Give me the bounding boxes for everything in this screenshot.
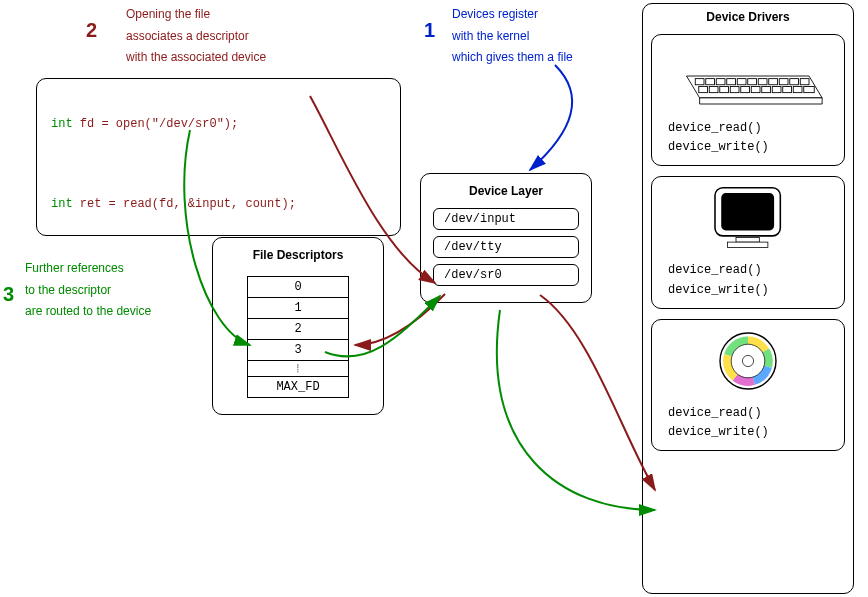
step2-number: 2 bbox=[86, 12, 97, 48]
svg-rect-13 bbox=[699, 87, 708, 93]
svg-rect-2 bbox=[696, 79, 705, 85]
driver-monitor-read: device_read() bbox=[668, 261, 844, 280]
driver-cd-write: device_write() bbox=[668, 423, 844, 442]
caption-step2: 2 Opening the file associates a descript… bbox=[86, 4, 266, 69]
device-layer-box: Device Layer /dev/input /dev/tty /dev/sr… bbox=[420, 173, 592, 303]
cd-icon bbox=[713, 326, 783, 396]
fd-row-0: 0 bbox=[248, 277, 349, 298]
keyboard-icon bbox=[669, 41, 827, 111]
svg-rect-23 bbox=[804, 87, 815, 93]
code-box: int fd = open("/dev/sr0"); int ret = rea… bbox=[36, 78, 401, 236]
svg-rect-26 bbox=[736, 238, 759, 243]
svg-rect-12 bbox=[801, 79, 810, 85]
arrow-step1 bbox=[530, 65, 572, 170]
svg-rect-11 bbox=[790, 79, 799, 85]
svg-rect-17 bbox=[741, 87, 750, 93]
device-drivers-title: Device Drivers bbox=[643, 10, 853, 24]
svg-rect-9 bbox=[769, 79, 778, 85]
fd-row-2: 2 bbox=[248, 319, 349, 340]
svg-rect-18 bbox=[752, 87, 761, 93]
step3-number: 3 bbox=[3, 276, 14, 312]
driver-cd: device_read() device_write() bbox=[651, 319, 845, 451]
driver-keyboard: device_read() device_write() bbox=[651, 34, 845, 166]
driver-keyboard-write: device_write() bbox=[668, 138, 844, 157]
file-descriptors-table: 0 1 2 3 ┊ MAX_FD bbox=[247, 276, 349, 398]
device-layer-item-tty: /dev/tty bbox=[433, 236, 579, 258]
svg-rect-22 bbox=[794, 87, 803, 93]
svg-rect-25 bbox=[722, 193, 775, 230]
device-layer-title: Device Layer bbox=[421, 184, 591, 198]
driver-monitor: device_read() device_write() bbox=[651, 176, 845, 308]
device-layer-item-input: /dev/input bbox=[433, 208, 579, 230]
step3-text: Further references to the descriptor are… bbox=[25, 258, 151, 323]
svg-rect-14 bbox=[710, 87, 719, 93]
arrow-step2-sr0-to-cd bbox=[540, 295, 655, 490]
svg-rect-8 bbox=[759, 79, 768, 85]
svg-rect-7 bbox=[748, 79, 757, 85]
file-descriptors-title: File Descriptors bbox=[213, 248, 383, 262]
svg-rect-3 bbox=[706, 79, 715, 85]
driver-keyboard-read: device_read() bbox=[668, 119, 844, 138]
svg-rect-20 bbox=[773, 87, 782, 93]
svg-rect-4 bbox=[717, 79, 726, 85]
driver-monitor-write: device_write() bbox=[668, 281, 844, 300]
fd-row-max: MAX_FD bbox=[248, 377, 349, 398]
svg-rect-15 bbox=[720, 87, 729, 93]
svg-marker-1 bbox=[700, 98, 823, 104]
monitor-icon bbox=[701, 183, 794, 253]
svg-rect-10 bbox=[780, 79, 789, 85]
svg-rect-16 bbox=[731, 87, 740, 93]
code-line-open: int fd = open("/dev/sr0"); bbox=[51, 117, 386, 131]
fd-row-1: 1 bbox=[248, 298, 349, 319]
svg-rect-5 bbox=[727, 79, 736, 85]
step1-text: Devices register with the kernel which g… bbox=[452, 4, 573, 69]
step2-text: Opening the file associates a descriptor… bbox=[126, 4, 266, 69]
svg-point-30 bbox=[742, 355, 753, 366]
fd-row-dots: ┊ bbox=[248, 361, 349, 377]
arrow-step3-sr0-to-cd bbox=[497, 310, 655, 510]
device-layer-item-sr0: /dev/sr0 bbox=[433, 264, 579, 286]
svg-rect-19 bbox=[762, 87, 771, 93]
device-drivers-box: Device Drivers device_read() device_writ… bbox=[642, 3, 854, 594]
caption-step1: 1 Devices register with the kernel which… bbox=[424, 4, 573, 69]
driver-cd-read: device_read() bbox=[668, 404, 844, 423]
step1-number: 1 bbox=[424, 12, 435, 48]
svg-rect-6 bbox=[738, 79, 747, 85]
caption-step3: 3 Further references to the descriptor a… bbox=[3, 258, 151, 323]
svg-rect-27 bbox=[728, 242, 768, 247]
fd-row-3: 3 bbox=[248, 340, 349, 361]
file-descriptors-box: File Descriptors 0 1 2 3 ┊ MAX_FD bbox=[212, 237, 384, 415]
svg-rect-21 bbox=[783, 87, 792, 93]
code-line-read: int ret = read(fd, &input, count); bbox=[51, 197, 386, 211]
